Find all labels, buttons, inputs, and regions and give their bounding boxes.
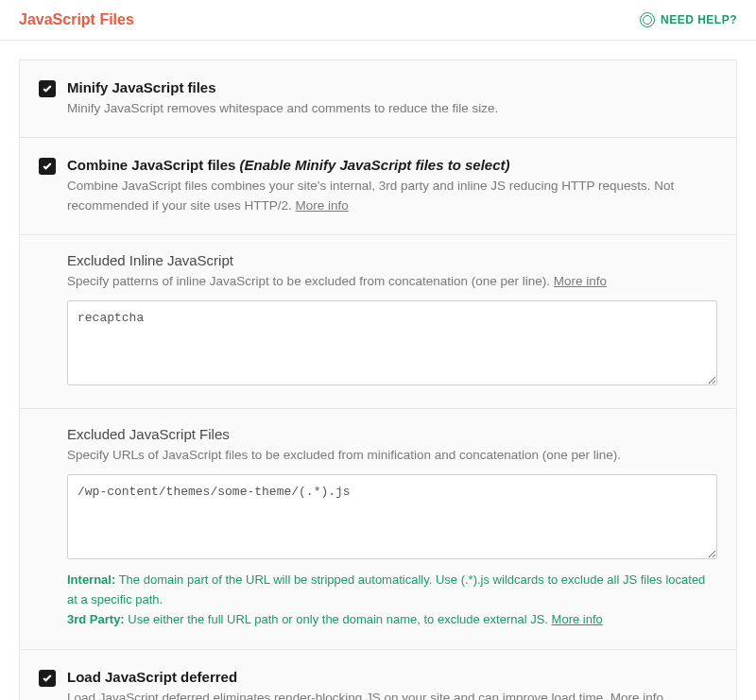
check-icon [42,673,53,684]
deferred-title: Load JavaScript deferred [67,669,717,685]
excluded-files-textarea[interactable] [67,474,717,559]
excluded-inline-desc: Specify patterns of inline JavaScript to… [67,272,717,291]
excluded-inline-section: Excluded Inline JavaScript Specify patte… [20,235,736,409]
help-label: NEED HELP? [661,13,737,26]
excluded-files-more-info-link[interactable]: More info [552,612,603,626]
deferred-more-info-link[interactable]: More info [610,691,663,700]
minify-title: Minify JavaScript files [67,79,717,95]
combine-more-info-link[interactable]: More info [296,198,349,213]
hint-3rd-label: 3rd Party: [67,612,125,626]
page-title: JavaScript Files [19,11,134,28]
minify-option: Minify JavaScript files Minify JavaScrip… [20,60,736,138]
excluded-files-section: Excluded JavaScript Files Specify URLs o… [20,409,736,650]
combine-checkbox[interactable] [39,158,56,175]
excluded-inline-more-info-link[interactable]: More info [554,274,607,288]
help-icon [640,12,655,27]
check-icon [42,83,53,94]
minify-checkbox[interactable] [39,80,56,97]
deferred-desc: Load JavaScript deferred eliminates rend… [67,689,717,700]
combine-option: Combine JavaScript files (Enable Minify … [20,138,736,235]
check-icon [42,161,53,172]
excluded-files-title: Excluded JavaScript Files [67,426,717,442]
deferred-option: Load JavaScript deferred Load JavaScript… [20,650,736,700]
settings-panel: Minify JavaScript files Minify JavaScrip… [19,60,737,700]
hint-internal-label: Internal: [67,572,115,587]
need-help-link[interactable]: NEED HELP? [640,12,737,27]
combine-desc: Combine JavaScript files combines your s… [67,177,717,215]
deferred-checkbox[interactable] [39,670,56,687]
combine-title: Combine JavaScript files (Enable Minify … [67,157,717,173]
excluded-inline-textarea[interactable] [67,300,717,385]
minify-desc: Minify JavaScript removes whitespace and… [67,99,717,118]
page-header: JavaScript Files NEED HELP? [0,0,756,41]
combine-hint: (Enable Minify JavaScript files to selec… [240,157,510,173]
excluded-files-hint: Internal: The domain part of the URL wil… [67,571,717,629]
excluded-inline-title: Excluded Inline JavaScript [67,252,717,268]
excluded-files-desc: Specify URLs of JavaScript files to be e… [67,446,717,465]
